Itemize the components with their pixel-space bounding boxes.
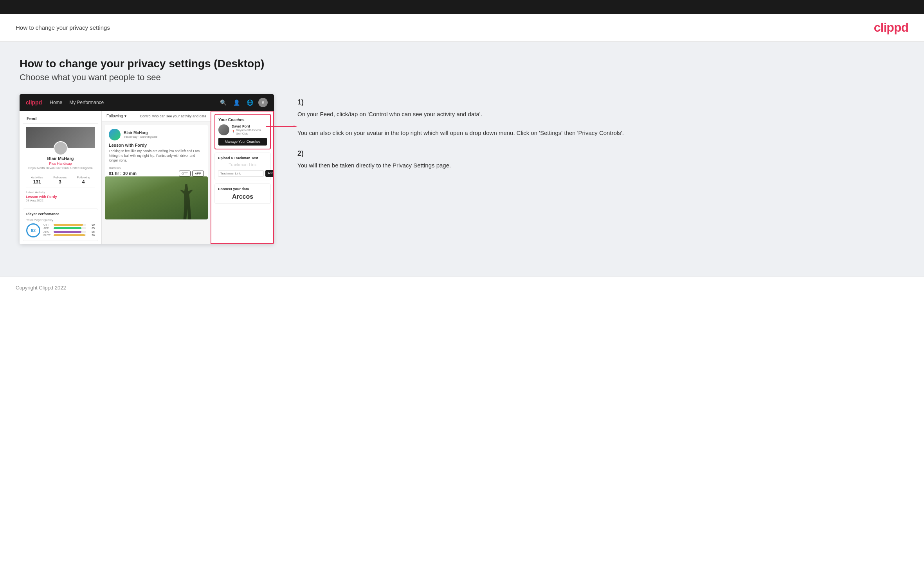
footer-text: Copyright Clippd 2022 bbox=[16, 285, 66, 291]
instructions-panel: 1) On your Feed, click/tap on 'Control w… bbox=[290, 94, 904, 182]
stat-following: Following 4 bbox=[77, 176, 90, 185]
main-content: How to change your privacy settings (Des… bbox=[0, 42, 924, 277]
player-performance: Player Performance Total Player Quality … bbox=[23, 209, 98, 241]
feed-main: Following ▾ Control who can see your act… bbox=[102, 111, 211, 244]
activity-user-info: Blair McHarg Yesterday · Sunningdale bbox=[124, 131, 157, 138]
nav-link-home[interactable]: Home bbox=[50, 100, 62, 105]
latest-activity-name: Lesson with Fordy bbox=[26, 195, 95, 199]
clippd-logo: clippd bbox=[874, 20, 908, 35]
tag-ott: OTT bbox=[179, 171, 191, 176]
app-right-sidebar: Your Coaches David Ford 📍 Royal North De… bbox=[211, 111, 274, 244]
perf-bar-app: APP 85 bbox=[43, 227, 95, 230]
stat-activities-label: Activities bbox=[31, 176, 43, 179]
stat-followers-value: 3 bbox=[53, 179, 67, 185]
activity-user-name: Blair McHarg bbox=[124, 131, 157, 135]
profile-club: Royal North Devon Golf Club, United King… bbox=[26, 166, 95, 170]
stat-activities: Activities 131 bbox=[31, 176, 43, 185]
connect-title: Connect your data bbox=[218, 187, 267, 191]
perf-label-app: APP bbox=[43, 227, 52, 230]
perf-label-arg: ARG bbox=[43, 230, 52, 233]
feed-tab[interactable]: Feed bbox=[23, 114, 98, 124]
following-button[interactable]: Following ▾ bbox=[106, 114, 126, 118]
coach-row: David Ford 📍 Royal North Devon Golf Club bbox=[218, 124, 267, 135]
screenshot-mockup-wrapper: clippd Home My Performance 🔍 👤 🌐 B bbox=[20, 94, 274, 244]
activity-user-meta: Yesterday · Sunningdale bbox=[124, 135, 157, 138]
person-icon[interactable]: 👤 bbox=[232, 98, 241, 107]
add-link-button[interactable]: Add Link bbox=[265, 170, 274, 177]
activity-avatar bbox=[109, 129, 121, 140]
instruction-step2: 2) You will then be taken directly to th… bbox=[297, 149, 904, 170]
tag-app: APP bbox=[192, 171, 204, 176]
perf-row: 92 OTT 90 APP bbox=[26, 223, 95, 237]
latest-activity-label: Latest Activity bbox=[26, 191, 95, 194]
perf-bar-putt: PUTT 96 bbox=[43, 234, 95, 237]
header: How to change your privacy settings clip… bbox=[0, 14, 924, 42]
coach-club-row: 📍 Royal North Devon Golf Club bbox=[232, 128, 267, 135]
activity-photo bbox=[105, 176, 208, 219]
perf-bar-ott: OTT 90 bbox=[43, 223, 95, 226]
trackman-title: Upload a Trackman Test bbox=[218, 156, 267, 160]
app-left-sidebar: Feed Blair McHarg Plus Handicap Royal No… bbox=[20, 111, 102, 244]
trackman-section: Upload a Trackman Test Trackman Link Add… bbox=[214, 153, 271, 180]
search-icon[interactable]: 🔍 bbox=[218, 98, 228, 107]
perf-track-app bbox=[54, 227, 86, 229]
perf-quality-label: Total Player Quality bbox=[26, 218, 95, 222]
footer: Copyright Clippd 2022 bbox=[0, 277, 924, 298]
avatar[interactable]: B bbox=[258, 98, 268, 107]
perf-track-arg bbox=[54, 231, 86, 233]
trackman-input-row: Add Link bbox=[218, 170, 267, 177]
location-icon: 📍 bbox=[232, 130, 235, 133]
app-nav-links: Home My Performance bbox=[50, 100, 104, 105]
profile-stats: Activities 131 Followers 3 Following 4 bbox=[26, 173, 95, 187]
connect-section: Connect your data Arccos bbox=[214, 183, 271, 204]
activity-duration-label: Duration bbox=[109, 166, 204, 170]
trackman-input[interactable] bbox=[218, 170, 264, 177]
globe-icon[interactable]: 🌐 bbox=[245, 98, 254, 107]
latest-activity-date: 03 Aug 2022 bbox=[26, 199, 95, 202]
perf-val-app: 85 bbox=[88, 227, 95, 230]
step1-text: On your Feed, click/tap on 'Control who … bbox=[297, 110, 904, 138]
profile-name: Blair McHarg bbox=[26, 156, 95, 161]
control-privacy-link[interactable]: Control who can see your activity and da… bbox=[140, 114, 206, 118]
activity-tags: OTT APP bbox=[179, 171, 204, 176]
activity-user-row: Blair McHarg Yesterday · Sunningdale bbox=[109, 129, 204, 140]
activity-description: Looking to feel like my hands are exitin… bbox=[109, 149, 204, 163]
app-navbar: clippd Home My Performance 🔍 👤 🌐 B bbox=[20, 94, 274, 111]
activity-duration-value: 01 hr : 30 min bbox=[109, 171, 137, 176]
app-logo: clippd bbox=[26, 99, 42, 106]
feed-header: Following ▾ Control who can see your act… bbox=[102, 111, 211, 122]
perf-label-ott: OTT bbox=[43, 223, 52, 226]
nav-link-performance[interactable]: My Performance bbox=[69, 100, 104, 105]
stat-followers-label: Followers bbox=[53, 176, 67, 179]
app-nav-icons: 🔍 👤 🌐 B bbox=[218, 98, 268, 107]
activity-card: Blair McHarg Yesterday · Sunningdale Les… bbox=[105, 125, 208, 219]
golfer-silhouette bbox=[177, 184, 196, 219]
following-label: Following bbox=[106, 114, 123, 118]
app-body: Feed Blair McHarg Plus Handicap Royal No… bbox=[20, 111, 274, 244]
screenshot-mockup: clippd Home My Performance 🔍 👤 🌐 B bbox=[20, 94, 274, 244]
perf-bar-arg: ARG 86 bbox=[43, 230, 95, 233]
perf-val-ott: 90 bbox=[88, 223, 95, 226]
perf-track-ott bbox=[54, 224, 86, 226]
profile-card: Blair McHarg Plus Handicap Royal North D… bbox=[23, 124, 98, 205]
instruction-step1: 1) On your Feed, click/tap on 'Control w… bbox=[297, 98, 904, 138]
coach-info: David Ford 📍 Royal North Devon Golf Club bbox=[232, 124, 267, 135]
top-bar bbox=[0, 0, 924, 14]
perf-val-putt: 96 bbox=[88, 234, 95, 237]
header-title: How to change your privacy settings bbox=[16, 24, 110, 31]
perf-track-putt bbox=[54, 234, 86, 236]
coach-club: Royal North Devon Golf Club bbox=[236, 128, 267, 135]
manage-coaches-button[interactable]: Manage Your Coaches bbox=[218, 138, 267, 146]
arccos-logo: Arccos bbox=[218, 193, 267, 200]
trackman-link-placeholder: Trackman Link bbox=[218, 162, 267, 167]
perf-val-arg: 86 bbox=[88, 230, 95, 233]
page-heading: How to change your privacy settings (Des… bbox=[20, 58, 904, 70]
step2-num: 2) bbox=[297, 149, 904, 158]
coaches-title: Your Coaches bbox=[218, 118, 267, 122]
content-layout: clippd Home My Performance 🔍 👤 🌐 B bbox=[20, 94, 904, 244]
activity-duration-row: 01 hr : 30 min OTT APP bbox=[109, 171, 204, 176]
step1-num: 1) bbox=[297, 98, 904, 106]
stat-activities-value: 131 bbox=[31, 179, 43, 185]
profile-cover bbox=[26, 127, 95, 148]
stat-followers: Followers 3 bbox=[53, 176, 67, 185]
